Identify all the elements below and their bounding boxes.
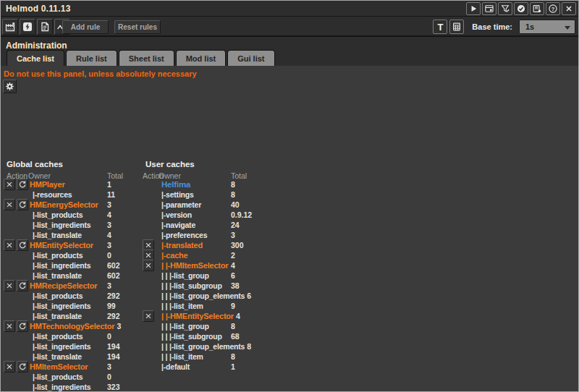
filter-edit-icon [500,4,510,14]
help-button[interactable]: ? [546,2,560,15]
cache-owner: |-list_products [30,372,107,381]
delete-cache-button[interactable] [143,260,154,271]
refresh-cache-button[interactable] [17,239,28,251]
cache-row: |-resources11 [4,189,141,200]
cache-total: 3 [107,362,111,371]
calculator-icon [452,22,462,32]
delete-cache-button[interactable] [4,320,15,332]
cache-owner: | | |-list_subgroup [161,332,231,341]
cache-owner: HMEnergySelector [30,200,107,209]
cache-owner: |-version [161,210,231,219]
check-circle-button[interactable] [514,2,528,15]
close-button[interactable] [562,2,576,15]
cache-row: | | |-list_group_elements6 [143,291,273,301]
cache-row: | | |-list_group6 [143,270,273,281]
play-button[interactable] [466,2,481,15]
text-size-button[interactable]: T [433,20,447,34]
cache-owner: | | |-list_group_elements [161,342,247,351]
delete-icon [5,322,14,331]
cache-total: 3 [107,281,111,290]
cache-owner: |-preferences [161,231,231,239]
cache-owner: |-settings [161,190,231,199]
cache-row: HMRecipeSelector3 [4,281,141,291]
cache-total: 3 [107,200,111,209]
cache-total: 194 [107,352,120,361]
cache-owner: |-list_ingredients [30,383,107,391]
refresh-cache-button[interactable] [17,280,28,291]
cache-owner: HMRecipeSelector [30,281,107,290]
cache-total: 11 [107,190,115,199]
list-settings-button[interactable] [530,2,544,15]
cache-owner: | | |-list_group [161,322,231,331]
svg-text:?: ? [551,6,555,12]
cache-owner: | | |-list_group_elements [161,291,247,300]
refresh-cache-button[interactable] [17,320,28,332]
delete-cache-button[interactable] [4,179,15,190]
nav-buttons [2,19,70,35]
cache-owner: |-resources [30,190,107,199]
energy-button[interactable] [20,19,35,35]
production-button[interactable] [2,19,18,35]
cache-row: |-list_translate602 [4,270,141,281]
ui-settings-button[interactable] [482,2,496,15]
cache-row: | | |-list_item8 [143,351,273,362]
delete-cache-button[interactable] [4,199,15,210]
delete-icon [144,261,153,270]
cache-total: 38 [231,281,240,290]
base-time-label: Base time: [472,22,512,31]
cache-row: |-navigate24 [143,220,273,230]
base-time-value: 1s [525,22,534,31]
delete-cache-button[interactable] [4,361,15,372]
tab-cache-list[interactable]: Cache list [7,50,64,66]
warning-text: Do not use this panel, unless absolutely… [4,69,197,78]
cache-owner: |-list_translate [30,312,107,320]
delete-cache-button[interactable] [143,310,154,322]
delete-cache-button[interactable] [4,280,15,291]
cache-total: 3 [107,221,111,229]
refresh-cache-button[interactable] [17,361,28,372]
reset-rules-button[interactable]: Reset rules [114,20,161,34]
cache-row: | | |-list_subgroup38 [143,281,273,291]
cache-total: 99 [107,302,116,310]
tab-sheet-list[interactable]: Sheet list [119,50,174,66]
sheet-icon [39,21,51,33]
cache-row: |-list_translate4 [4,230,141,240]
cache-row: |-list_ingredients323 [4,382,141,392]
refresh-cache-button[interactable] [17,199,28,210]
calculator-button[interactable] [449,20,464,34]
cache-row: Helfima8 [143,179,273,189]
cache-total: 3 [231,231,235,239]
sheet-button[interactable] [37,19,53,35]
base-time-dropdown[interactable]: 1s [519,20,575,34]
add-rule-button[interactable]: Add rule [62,20,109,34]
delete-icon [144,241,153,250]
cache-row: HMItemSelector3 [4,362,141,372]
user-cache-rows: Helfima8|-settings8|-parameter40|-versio… [143,179,273,372]
cache-total: 24 [231,221,240,229]
cache-row: |-list_products0 [4,250,141,260]
cache-owner: |-list_products [30,251,107,260]
cache-total: 3 [117,322,121,331]
cache-owner: |-list_translate [30,231,107,239]
delete-icon [5,281,14,290]
cache-total: 602 [107,261,120,270]
filter-edit-button[interactable] [498,2,512,15]
cache-owner: |-navigate [161,221,231,229]
cache-row: |-translated300 [143,240,273,250]
tab-mod-list[interactable]: Mod list [176,50,227,66]
row-actions [4,321,30,332]
cache-total: 292 [107,291,120,300]
tab-rule-list[interactable]: Rule list [66,50,117,66]
delete-cache-button[interactable] [4,239,15,251]
cache-row: |-list_products0 [4,372,141,382]
gear-icon [5,82,14,91]
tab-gui-list[interactable]: Gui list [227,50,274,66]
cache-owner: |-list_translate [30,271,107,280]
cache-list-panel: Do not use this panel, unless absolutely… [1,66,578,391]
refresh-cache-button[interactable] [17,179,28,190]
settings-gear-button[interactable] [3,80,17,93]
cache-total: 194 [107,342,120,351]
cache-total: 1 [107,180,111,189]
help-icon: ? [548,4,558,14]
cache-owner: HMPlayer [30,180,107,189]
